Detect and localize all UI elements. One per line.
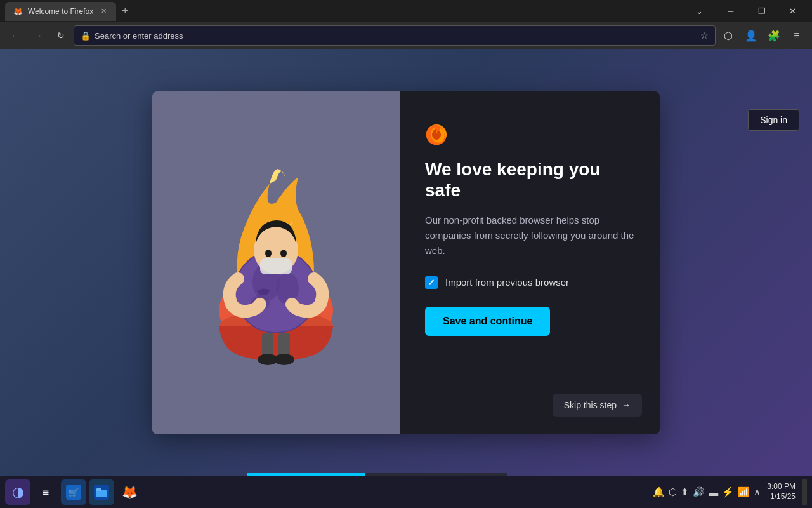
svg-point-13 [265,250,272,257]
start-icon[interactable]: ◑ [5,479,30,505]
menu-button[interactable]: ≡ [787,25,807,46]
reload-button[interactable]: ↻ [51,25,71,46]
date-display: 1/15/25 [767,492,796,502]
window-controls: ⌄ ─ ❐ ✕ [685,0,807,22]
system-tray: 🔔 ⬡ ⬆ 🔊 ▬ ⚡ 📶 ∧ [653,486,761,498]
card-illustration-panel [152,91,400,434]
tab-close-button[interactable]: ✕ [98,6,108,17]
svg-point-10 [274,354,294,365]
card-heading: We love keeping you safe [425,159,634,201]
address-text: Search or enter address [95,31,697,41]
svg-point-14 [280,250,287,257]
skip-button[interactable]: Skip this step → [553,394,642,417]
import-checkbox[interactable]: ✓ [425,276,438,289]
taskbar-right: 🔔 ⬡ ⬆ 🔊 ▬ ⚡ 📶 ∧ 3:00 PM 1/15/25 [653,479,807,505]
skip-arrow-icon: → [622,400,631,410]
back-button[interactable]: ← [5,25,25,46]
save-continue-button[interactable]: Save and continue [425,307,550,336]
taskbar-files-icon[interactable] [89,479,114,505]
lock-icon: 🔒 [81,31,91,41]
bookmark-star-icon[interactable]: ☆ [700,30,709,41]
wifi-icon[interactable]: 📶 [738,486,750,498]
taskbar-firefox-icon[interactable]: 🦊 [117,479,142,505]
extensions-button[interactable]: 🧩 [764,25,784,46]
show-desktop-button[interactable] [802,479,807,505]
taskbar-settings-icon[interactable]: ≡ [33,479,58,505]
dropdown-arrow[interactable]: ⌄ [685,0,714,22]
card-description: Our non-profit backed browser helps stop… [425,213,634,258]
pocket-button[interactable]: ⬡ [718,25,738,46]
svg-rect-20 [96,488,102,491]
import-checkbox-row[interactable]: ✓ Import from previous browser [425,276,634,289]
browser-toolbar: ← → ↻ 🔒 Search or enter address ☆ ⬡ 👤 🧩 … [0,22,812,49]
account-button[interactable]: 👤 [741,25,761,46]
volume-icon[interactable]: 🔊 [693,486,705,498]
mascot-illustration [174,130,377,396]
toolbar-right-icons: ⬡ 👤 🧩 ≡ [718,25,807,46]
firefox-logo [425,123,448,146]
import-checkbox-label: Import from previous browser [445,277,569,288]
close-button[interactable]: ✕ [778,0,807,22]
svg-rect-12 [260,258,292,274]
tab-title: Welcome to Firefox [28,7,93,16]
taskbar: ◑ ≡ 🛒 🦊 🔔 ⬡ ⬆ 🔊 ▬ ⚡ 📶 ∧ 3:00 PM 1/15/25 [0,476,812,508]
card-content-panel: We love keeping you safe Our non-profit … [400,91,660,434]
checkmark-icon: ✓ [428,277,435,288]
skip-label: Skip this step [564,400,617,410]
taskbar-store-icon[interactable]: 🛒 [61,479,86,505]
restore-button[interactable]: ❐ [747,0,776,22]
address-bar[interactable]: 🔒 Search or enter address ☆ [74,25,716,46]
notification-icon[interactable]: 🔔 [653,486,665,498]
expand-tray-icon[interactable]: ∧ [754,486,761,498]
upload-icon[interactable]: ⬆ [681,486,689,498]
active-tab[interactable]: 🦊 Welcome to Firefox ✕ [5,2,116,21]
welcome-card: We love keeping you safe Our non-profit … [152,91,660,434]
browser-content: Sign in [0,49,812,476]
skip-section: Skip this step → [553,394,642,417]
steam-icon[interactable]: ⬡ [669,486,677,498]
minimize-button[interactable]: ─ [716,0,745,22]
battery-icon[interactable]: ▬ [709,487,718,498]
tab-area: 🦊 Welcome to Firefox ✕ + [5,2,685,21]
svg-text:🛒: 🛒 [69,487,79,498]
signin-button[interactable]: Sign in [748,109,799,131]
bluetooth-icon[interactable]: ⚡ [722,486,734,498]
new-tab-button[interactable]: + [116,3,134,20]
forward-button[interactable]: → [28,25,48,46]
titlebar: 🦊 Welcome to Firefox ✕ + ⌄ ─ ❐ ✕ [0,0,812,22]
time-display: 3:00 PM [767,482,796,492]
clock: 3:00 PM 1/15/25 [767,482,796,502]
tab-favicon: 🦊 [13,6,23,17]
